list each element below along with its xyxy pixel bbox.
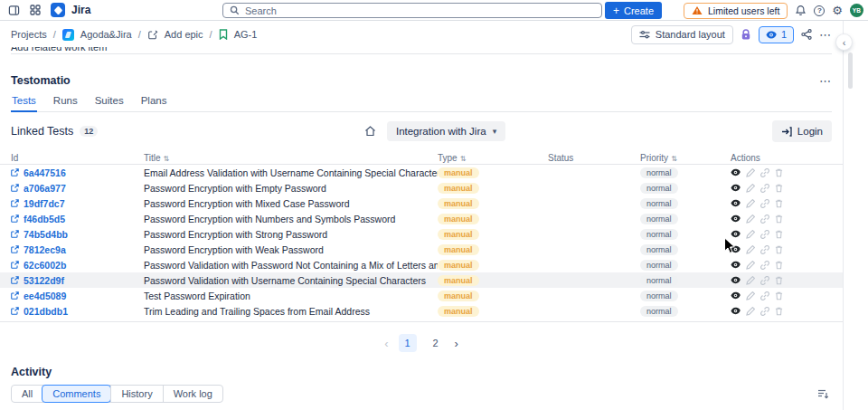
create-button[interactable]: + Create xyxy=(605,2,662,19)
table-row[interactable]: 74b5d4bb Password Encryption with Strong… xyxy=(0,226,843,242)
sidebar-toggle-icon[interactable] xyxy=(8,5,20,16)
tab-history[interactable]: History xyxy=(110,386,162,402)
tab-comments[interactable]: Comments xyxy=(42,385,111,403)
lock-icon[interactable] xyxy=(741,29,751,41)
test-id-link[interactable]: 7812ec9a xyxy=(24,244,66,255)
collapse-panel-icon[interactable]: ‹ xyxy=(836,34,852,50)
test-id-link[interactable]: 021dbdb1 xyxy=(24,306,68,317)
unlink-test-icon[interactable] xyxy=(760,184,769,193)
col-type[interactable]: Type⇅ xyxy=(438,153,548,163)
unlink-test-icon[interactable] xyxy=(760,307,769,316)
unlink-test-icon[interactable] xyxy=(760,261,769,270)
sort-order-icon[interactable] xyxy=(817,388,832,399)
edit-test-icon[interactable] xyxy=(746,245,755,254)
unlink-test-icon[interactable] xyxy=(760,215,769,224)
table-row[interactable]: 62c6002b Password Validation with Passwo… xyxy=(0,257,843,272)
test-id-link[interactable]: a706a977 xyxy=(24,183,66,194)
test-id-link[interactable]: 19df7dc7 xyxy=(24,198,65,209)
watchers-button[interactable]: 1 xyxy=(759,26,794,43)
col-title[interactable]: Title⇅ xyxy=(144,153,438,163)
tab-plans[interactable]: Plans xyxy=(140,95,168,111)
delete-test-icon[interactable] xyxy=(775,184,783,193)
unlink-test-icon[interactable] xyxy=(760,276,769,285)
delete-test-icon[interactable] xyxy=(775,230,783,239)
edit-test-icon[interactable] xyxy=(746,307,755,316)
delete-test-icon[interactable] xyxy=(775,291,783,300)
unlink-test-icon[interactable] xyxy=(760,199,769,208)
app-switcher-icon[interactable] xyxy=(30,5,41,15)
table-row[interactable]: a706a977 Password Encryption with Empty … xyxy=(0,180,843,195)
view-test-icon[interactable] xyxy=(731,230,741,238)
edit-test-icon[interactable] xyxy=(746,215,755,224)
delete-test-icon[interactable] xyxy=(775,261,783,270)
scrollbar-thumb[interactable] xyxy=(848,52,853,89)
unlink-test-icon[interactable] xyxy=(760,230,769,239)
notifications-icon[interactable] xyxy=(795,5,807,16)
table-row[interactable]: f46db5d5 Password Encryption with Number… xyxy=(0,211,843,226)
tab-all[interactable]: All xyxy=(12,386,42,402)
table-row[interactable]: 7812ec9a Password Encryption with Weak P… xyxy=(0,242,843,257)
test-id-link[interactable]: ee4d5089 xyxy=(24,291,66,301)
edit-test-icon[interactable] xyxy=(746,276,755,285)
test-id-link[interactable]: 62c6002b xyxy=(24,260,66,271)
edit-test-icon[interactable] xyxy=(746,199,755,208)
table-row[interactable]: ee4d5089 Test Password Expiration manual… xyxy=(0,288,843,303)
more-actions-icon[interactable]: ⋯ xyxy=(819,29,832,41)
view-test-icon[interactable] xyxy=(731,261,741,269)
view-test-icon[interactable] xyxy=(731,184,741,192)
view-test-icon[interactable] xyxy=(731,307,741,315)
delete-test-icon[interactable] xyxy=(775,168,783,177)
breadcrumb-project[interactable]: Agoda&Jira xyxy=(80,29,132,40)
edit-test-icon[interactable] xyxy=(746,230,755,239)
test-id-link[interactable]: f46db5d5 xyxy=(24,214,65,224)
limited-users-warning[interactable]: Limited users left xyxy=(684,3,788,19)
layout-button[interactable]: Standard layout xyxy=(631,25,733,44)
table-row[interactable]: 6a447516 Email Address Validation with U… xyxy=(0,165,843,180)
col-priority[interactable]: Priority⇅ xyxy=(640,153,731,163)
tab-runs[interactable]: Runs xyxy=(52,95,79,111)
page-2-button[interactable]: 2 xyxy=(427,334,445,352)
login-button[interactable]: Login xyxy=(772,120,832,142)
view-test-icon[interactable] xyxy=(731,276,741,284)
delete-test-icon[interactable] xyxy=(775,276,783,285)
view-test-icon[interactable] xyxy=(731,291,741,300)
unlink-test-icon[interactable] xyxy=(760,245,769,254)
tab-worklog[interactable]: Work log xyxy=(163,386,222,402)
edit-test-icon[interactable] xyxy=(746,184,755,193)
view-test-icon[interactable] xyxy=(731,215,741,223)
table-row[interactable]: 53122d9f Password Validation with Userna… xyxy=(0,272,843,288)
user-avatar[interactable]: YB xyxy=(850,4,863,17)
view-test-icon[interactable] xyxy=(731,168,741,176)
view-test-icon[interactable] xyxy=(731,199,741,207)
test-id-link[interactable]: 53122d9f xyxy=(24,275,64,286)
tab-tests[interactable]: Tests xyxy=(11,95,37,112)
add-related-work-item-label[interactable]: Add related work item xyxy=(11,47,832,52)
integration-selector[interactable]: Integration with Jira ▾ xyxy=(387,121,505,141)
page-1-button[interactable]: 1 xyxy=(399,334,417,352)
breadcrumb-add-epic[interactable]: Add epic xyxy=(165,29,203,40)
jira-logo[interactable] xyxy=(51,3,65,17)
tab-suites[interactable]: Suites xyxy=(94,95,125,111)
prev-page-icon[interactable]: ‹ xyxy=(384,337,388,350)
edit-test-icon[interactable] xyxy=(746,291,755,300)
test-id-link[interactable]: 74b5d4bb xyxy=(24,229,68,240)
delete-test-icon[interactable] xyxy=(775,215,783,224)
edit-test-icon[interactable] xyxy=(746,168,755,177)
breadcrumb-issue-key[interactable]: AG-1 xyxy=(234,29,258,40)
delete-test-icon[interactable] xyxy=(775,199,783,208)
settings-gear-icon[interactable]: ⚙ xyxy=(832,5,843,16)
help-icon[interactable]: ? xyxy=(814,5,825,16)
next-page-icon[interactable]: › xyxy=(455,337,458,350)
table-row[interactable]: 19df7dc7 Password Encryption with Mixed … xyxy=(0,195,843,211)
breadcrumb-projects[interactable]: Projects xyxy=(11,29,47,40)
edit-test-icon[interactable] xyxy=(746,261,755,270)
unlink-test-icon[interactable] xyxy=(760,168,769,177)
delete-test-icon[interactable] xyxy=(775,307,783,316)
test-id-link[interactable]: 6a447516 xyxy=(24,167,66,178)
unlink-test-icon[interactable] xyxy=(760,291,769,300)
view-test-icon[interactable] xyxy=(731,245,741,253)
panel-more-icon[interactable]: ⋯ xyxy=(819,75,832,87)
home-icon[interactable] xyxy=(364,126,376,137)
search-input[interactable]: Search xyxy=(222,3,602,18)
share-icon[interactable] xyxy=(801,29,812,40)
